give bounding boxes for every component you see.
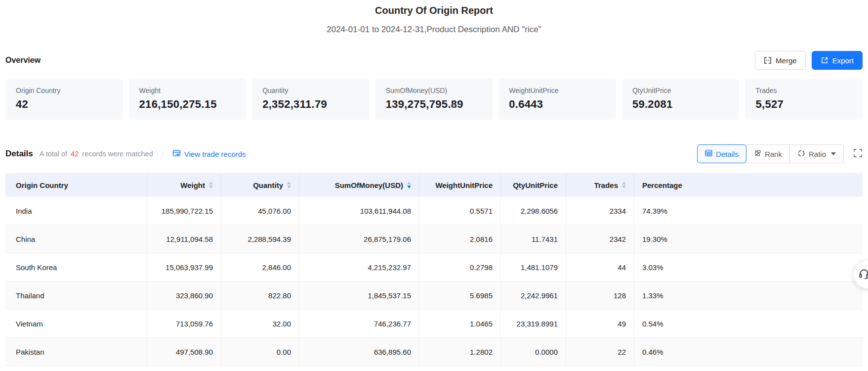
card-label: Trades bbox=[755, 87, 852, 94]
column-label: Percentage bbox=[642, 181, 682, 189]
column-header-origin-country: Origin Country bbox=[5, 173, 147, 197]
merge-cells-icon bbox=[764, 56, 772, 64]
cell-quantity: 32.00 bbox=[221, 310, 299, 337]
cell-weight-unit-price: 0.2798 bbox=[419, 253, 501, 281]
column-header-sum-of-money[interactable]: SumOfMoney(USD) bbox=[299, 173, 419, 197]
table-row-pakistan: Pakistan 497,508.90 0.00 636,895.60 1.28… bbox=[5, 338, 863, 366]
cell-trades: 128 bbox=[566, 281, 634, 309]
cell-trades: 44 bbox=[566, 253, 634, 281]
column-header-trades[interactable]: Trades bbox=[566, 173, 634, 197]
export-button[interactable]: Export bbox=[812, 51, 863, 70]
view-mode-ratio-button[interactable]: Ratio bbox=[790, 144, 844, 163]
chevron-down-icon bbox=[831, 152, 836, 155]
cell-quantity: 45,076.00 bbox=[221, 197, 299, 225]
card-label: SumOfMoney(USD) bbox=[386, 87, 483, 94]
cell-trades: 22 bbox=[566, 338, 634, 366]
overview-header: Overview Merge bbox=[5, 51, 863, 70]
merge-button[interactable]: Merge bbox=[755, 51, 806, 70]
view-trade-records-label: View trade records bbox=[184, 150, 246, 158]
table-header-row: Origin Country Weight Quantity SumOfMone… bbox=[5, 173, 863, 197]
overview-card-sum-of-money: SumOfMoney(USD) 139,275,795.89 bbox=[375, 79, 493, 120]
overview-section-title: Overview bbox=[5, 56, 41, 65]
cell-qty-unit-price: 23,319.8991 bbox=[501, 310, 566, 337]
overview-card-origin-country: Origin Country 42 bbox=[5, 79, 123, 120]
table-row-south-korea: South Korea 15,063,937.99 2,846.00 4,215… bbox=[5, 253, 863, 281]
cell-qty-unit-price: 2,242.9961 bbox=[501, 281, 566, 309]
cell-origin-country: India bbox=[5, 197, 147, 225]
card-label: Quantity bbox=[262, 87, 359, 94]
cell-origin-country: China bbox=[5, 225, 147, 253]
country-of-origin-report-page: Country Of Origin Report 2024-01-01 to 2… bbox=[0, 0, 868, 371]
cell-sum-of-money: 103,611,944.08 bbox=[299, 197, 419, 225]
rank-partition-icon bbox=[754, 149, 761, 158]
details-table: Origin Country Weight Quantity SumOfMone… bbox=[5, 173, 863, 366]
cell-weight-unit-price: 5.6985 bbox=[419, 281, 501, 309]
column-label: QtyUnitPrice bbox=[513, 181, 558, 189]
overview-card-quantity: Quantity 2,352,311.79 bbox=[252, 79, 370, 120]
cell-percentage: 0.46% bbox=[634, 338, 863, 366]
card-value: 42 bbox=[16, 98, 113, 111]
overview-card-weight: Weight 216,150,275.15 bbox=[129, 79, 247, 120]
card-value: 216,150,275.15 bbox=[139, 98, 236, 111]
cell-weight-unit-price: 1.0465 bbox=[419, 310, 501, 337]
view-mode-ratio-label: Ratio bbox=[809, 150, 826, 158]
cell-weight-unit-price: 2.0816 bbox=[419, 225, 501, 253]
column-header-weight[interactable]: Weight bbox=[147, 173, 221, 197]
card-label: QtyUnitPrice bbox=[632, 87, 729, 94]
details-header: Details A total of 42 records were match… bbox=[5, 144, 863, 163]
cell-weight: 185,990,722.15 bbox=[147, 197, 221, 225]
cell-qty-unit-price: 11.7431 bbox=[501, 225, 566, 253]
cell-sum-of-money: 746,236.77 bbox=[299, 310, 419, 337]
view-mode-rank-button[interactable]: Rank bbox=[746, 144, 790, 163]
card-label: Weight bbox=[139, 87, 236, 94]
column-label: Trades bbox=[594, 181, 618, 189]
card-value: 139,275,795.89 bbox=[386, 98, 483, 111]
column-label: SumOfMoney(USD) bbox=[335, 181, 403, 189]
cell-percentage: 1.33% bbox=[634, 281, 863, 309]
fullscreen-button[interactable] bbox=[853, 148, 863, 160]
cell-weight: 12,911,094.58 bbox=[147, 225, 221, 253]
column-header-percentage: Percentage bbox=[634, 173, 863, 197]
cell-quantity: 0.00 bbox=[221, 338, 299, 366]
cell-qty-unit-price: 1,481.1079 bbox=[501, 253, 566, 281]
column-header-quantity[interactable]: Quantity bbox=[221, 173, 299, 197]
cell-origin-country: Thailand bbox=[5, 281, 147, 309]
view-trade-records-link[interactable]: View trade records bbox=[172, 149, 246, 159]
cell-sum-of-money: 1,845,537.15 bbox=[299, 281, 419, 309]
table-row-china: China 12,911,094.58 2,288,594.39 26,875,… bbox=[5, 225, 863, 253]
fullscreen-expand-icon bbox=[853, 148, 863, 160]
sort-icon[interactable] bbox=[622, 182, 626, 188]
card-label: Origin Country bbox=[16, 87, 113, 94]
details-header-left: Details A total of 42 records were match… bbox=[5, 149, 246, 159]
cell-qty-unit-price: 2,298.6056 bbox=[501, 197, 566, 225]
matched-suffix: records were matched bbox=[82, 150, 153, 158]
sort-icon-active-descending[interactable] bbox=[407, 182, 411, 188]
card-value: 0.6443 bbox=[509, 98, 606, 111]
view-mode-details-button[interactable]: Details bbox=[697, 144, 746, 163]
table-grid-icon bbox=[705, 149, 712, 158]
sort-icon[interactable] bbox=[287, 182, 291, 188]
overview-card-weight-unit-price: WeightUnitPrice 0.6443 bbox=[498, 79, 616, 120]
vertical-divider bbox=[163, 150, 163, 158]
cell-quantity: 822.80 bbox=[221, 281, 299, 309]
cell-weight: 323,860.90 bbox=[147, 281, 221, 309]
cell-percentage: 3.03% bbox=[634, 253, 863, 281]
column-label: WeightUnitPrice bbox=[435, 181, 493, 189]
table-row-thailand: Thailand 323,860.90 822.80 1,845,537.15 … bbox=[5, 281, 863, 310]
sort-icon[interactable] bbox=[209, 182, 213, 188]
column-label: Origin Country bbox=[16, 181, 68, 189]
cell-trades: 2342 bbox=[566, 225, 634, 253]
view-mode-rank-label: Rank bbox=[765, 150, 782, 158]
cell-sum-of-money: 4,215,232.97 bbox=[299, 253, 419, 281]
headset-icon bbox=[858, 268, 868, 281]
overview-card-trades: Trades 5,527 bbox=[745, 79, 863, 120]
page-subtitle: 2024-01-01 to 2024-12-31,Product Descrip… bbox=[0, 25, 868, 35]
view-mode-details-label: Details bbox=[716, 150, 739, 158]
cell-origin-country: Vietnam bbox=[5, 310, 147, 337]
details-header-right: Details Rank bbox=[697, 144, 863, 163]
cell-percentage: 19.30% bbox=[634, 225, 863, 253]
card-value: 5,527 bbox=[755, 98, 852, 111]
cell-qty-unit-price: 0.0000 bbox=[501, 338, 566, 366]
cell-percentage: 74.39% bbox=[634, 197, 863, 225]
view-mode-switcher: Details Rank bbox=[697, 144, 844, 163]
